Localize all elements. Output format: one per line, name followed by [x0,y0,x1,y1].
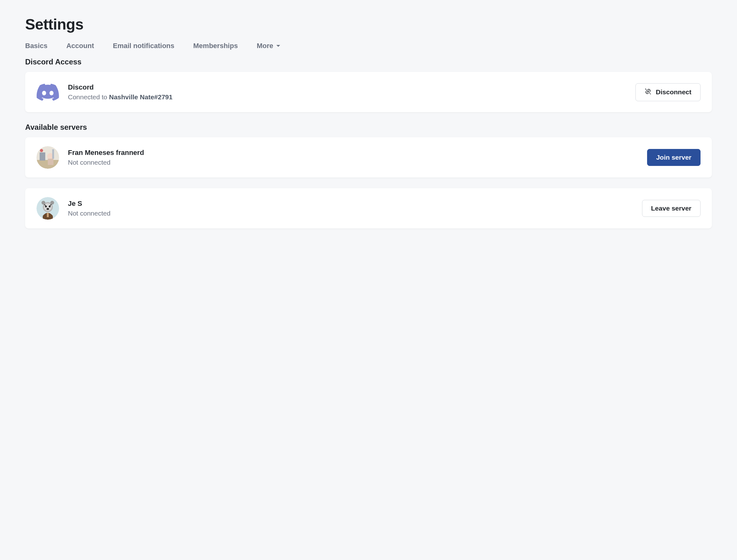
leave-server-button[interactable]: Leave server [642,200,701,217]
svg-point-16 [50,201,54,205]
tab-basics[interactable]: Basics [25,42,47,50]
svg-rect-5 [48,159,53,165]
server-avatar [36,197,59,220]
server-status: Not connected [68,210,110,217]
discord-icon [36,81,59,103]
unlink-icon [645,88,652,96]
server-name: Fran Meneses frannerd [68,149,144,157]
discord-access-heading: Discord Access [25,58,712,66]
tab-account[interactable]: Account [66,42,94,50]
svg-rect-17 [47,213,49,217]
svg-point-7 [40,149,43,152]
tab-more-label: More [256,42,273,50]
chevron-down-icon [276,43,281,48]
svg-point-14 [47,208,49,210]
tab-memberships[interactable]: Memberships [193,42,238,50]
discord-connected-status: Connected to Nashville Nate#2791 [68,93,173,101]
server-status: Not connected [68,159,144,166]
disconnect-button[interactable]: Disconnect [635,83,701,101]
server-row: Je S Not connected Leave server [25,188,712,228]
tab-email-notifications[interactable]: Email notifications [113,42,174,50]
available-servers-heading: Available servers [25,123,712,132]
disconnect-button-label: Disconnect [656,88,691,96]
discord-service-name: Discord [68,83,173,91]
svg-rect-3 [40,152,45,161]
settings-tabs: Basics Account Email notifications Membe… [25,42,712,50]
tab-more[interactable]: More [256,42,281,50]
discord-connected-prefix: Connected to [68,93,109,101]
server-name: Je S [68,200,110,208]
server-row: Fran Meneses frannerd Not connected Join… [25,137,712,178]
svg-rect-6 [52,149,54,159]
discord-connection-card: Discord Connected to Nashville Nate#2791… [25,72,712,112]
join-server-button[interactable]: Join server [647,149,701,166]
server-avatar [36,146,59,169]
svg-point-15 [41,201,45,205]
discord-connected-user: Nashville Nate#2791 [109,93,173,101]
page-title: Settings [25,16,712,33]
